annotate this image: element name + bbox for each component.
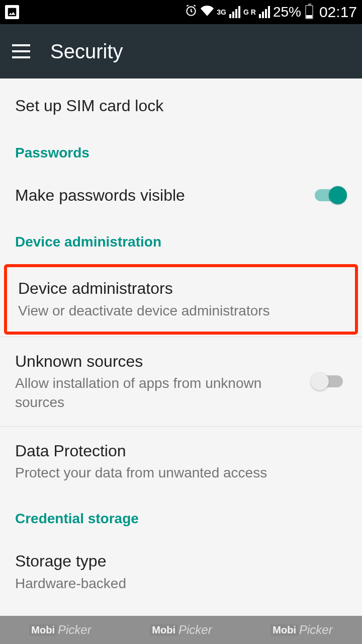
item-title: Make passwords visible bbox=[15, 185, 311, 206]
watermark: MobiPicker bbox=[29, 623, 91, 637]
watermark-bar: MobiPicker MobiPicker MobiPicker bbox=[0, 616, 362, 644]
clock-time: 02:17 bbox=[319, 4, 357, 21]
item-title: Set up SIM card lock bbox=[15, 96, 347, 117]
menu-icon[interactable] bbox=[12, 44, 30, 58]
page-title: Security bbox=[50, 40, 123, 63]
network-type-2: G R bbox=[243, 8, 256, 16]
network-type-1: 3G bbox=[217, 8, 226, 16]
item-title: Storage type bbox=[15, 551, 347, 572]
picture-icon bbox=[5, 5, 19, 19]
section-header-credential-storage: Credential storage bbox=[0, 497, 362, 537]
section-header-device-admin: Device administration bbox=[0, 220, 362, 260]
item-subtitle: Allow installation of apps from unknown … bbox=[15, 374, 311, 412]
passwords-visible-toggle[interactable] bbox=[311, 186, 347, 204]
item-title: Unknown sources bbox=[15, 351, 311, 372]
watermark: MobiPicker bbox=[150, 623, 212, 637]
storage-type-item[interactable]: Storage type Hardware-backed bbox=[0, 537, 362, 607]
signal-bars-2 bbox=[259, 6, 270, 18]
item-subtitle: Protect your data from unwanted access bbox=[15, 463, 347, 482]
unknown-sources-item[interactable]: Unknown sources Allow installation of ap… bbox=[0, 337, 362, 426]
watermark: MobiPicker bbox=[270, 623, 332, 637]
sim-card-lock-item[interactable]: Set up SIM card lock bbox=[0, 82, 362, 131]
item-title: Device administrators bbox=[18, 278, 344, 299]
unknown-sources-toggle[interactable] bbox=[311, 372, 347, 390]
alarm-icon bbox=[185, 4, 198, 20]
make-passwords-visible-item[interactable]: Make passwords visible bbox=[0, 171, 362, 220]
data-protection-item[interactable]: Data Protection Protect your data from u… bbox=[0, 427, 362, 497]
device-administrators-item[interactable]: Device administrators View or deactivate… bbox=[4, 264, 358, 334]
item-subtitle: View or deactivate device administrators bbox=[18, 301, 344, 320]
section-header-passwords: Passwords bbox=[0, 131, 362, 171]
battery-icon bbox=[305, 5, 313, 19]
item-title: Data Protection bbox=[15, 441, 347, 462]
app-bar: Security bbox=[0, 24, 362, 78]
status-bar: 3G G R 25% 02:17 bbox=[0, 0, 362, 24]
wifi-icon bbox=[201, 4, 214, 20]
settings-list: Set up SIM card lock Passwords Make pass… bbox=[0, 78, 362, 607]
battery-percent: 25% bbox=[273, 4, 301, 20]
signal-bars-1 bbox=[229, 6, 240, 18]
item-subtitle: Hardware-backed bbox=[15, 574, 347, 593]
